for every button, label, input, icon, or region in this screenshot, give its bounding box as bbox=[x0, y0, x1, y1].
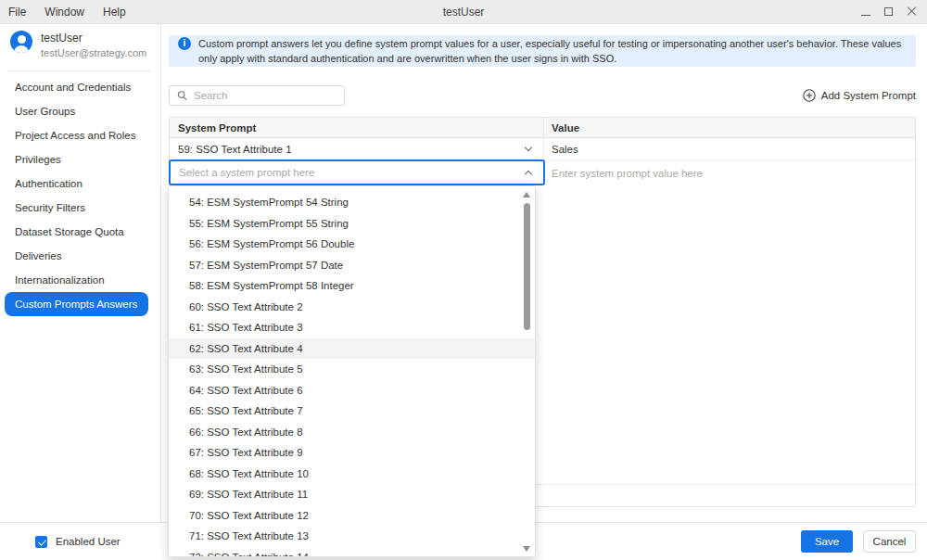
column-header-value: Value bbox=[544, 118, 915, 137]
system-prompt-value-input[interactable] bbox=[552, 168, 896, 179]
system-prompt-select-placeholder: Select a system prompt here bbox=[179, 167, 314, 178]
system-prompt-dropdown: 54: ESM SystemPrompt 54 String55: ESM Sy… bbox=[168, 185, 536, 557]
minimize-button[interactable] bbox=[861, 6, 870, 19]
dropdown-option-70-sso-text-attribute-12[interactable]: 70: SSO Text Attribute 12 bbox=[169, 505, 535, 527]
enabled-user-label: Enabled User bbox=[56, 536, 121, 547]
chevron-down-icon bbox=[525, 144, 532, 151]
dropdown-option-61-sso-text-attribute-3[interactable]: 61: SSO Text Attribute 3 bbox=[169, 317, 535, 338]
table-row: 59: SSO Text Attribute 1 Sales bbox=[170, 138, 915, 160]
user-avatar-icon bbox=[10, 31, 32, 53]
sidebar-divider bbox=[7, 70, 151, 71]
sidebar-item-custom-prompts-answers[interactable]: Custom Prompts Answers bbox=[5, 292, 148, 316]
dropdown-option-63-sso-text-attribute-5[interactable]: 63: SSO Text Attribute 5 bbox=[169, 359, 535, 380]
scrollbar-thumb[interactable] bbox=[524, 203, 530, 330]
info-banner-text: Custom prompt answers let you define sys… bbox=[198, 36, 903, 66]
system-prompt-value: Sales bbox=[552, 144, 578, 155]
menubar: FileWindowHelp bbox=[0, 6, 126, 19]
dropdown-option-71-sso-text-attribute-13[interactable]: 71: SSO Text Attribute 13 bbox=[169, 526, 535, 547]
window-controls bbox=[861, 6, 927, 19]
add-system-prompt-label: Add System Prompt bbox=[821, 90, 916, 101]
dropdown-option-64-sso-text-attribute-6[interactable]: 64: SSO Text Attribute 6 bbox=[169, 380, 535, 401]
search-box[interactable] bbox=[169, 85, 345, 106]
dropdown-option-67-sso-text-attribute-9[interactable]: 67: SSO Text Attribute 9 bbox=[169, 442, 535, 464]
system-prompt-value-cell[interactable]: Sales bbox=[544, 138, 915, 159]
close-button[interactable] bbox=[907, 6, 917, 19]
cancel-button[interactable]: Cancel bbox=[863, 530, 916, 553]
sidebar-item-internationalization[interactable]: Internationalization bbox=[0, 268, 160, 292]
dropdown-option-69-sso-text-attribute-11[interactable]: 69: SSO Text Attribute 11 bbox=[169, 484, 535, 505]
dropdown-option-56-esm-systemprompt-56-double[interactable]: 56: ESM SystemPrompt 56 Double bbox=[169, 234, 535, 255]
dropdown-option-62-sso-text-attribute-4[interactable]: 62: SSO Text Attribute 4 bbox=[169, 338, 535, 360]
sidebar-item-security-filters[interactable]: Security Filters bbox=[0, 196, 160, 220]
search-input[interactable] bbox=[194, 90, 337, 101]
menu-file[interactable]: File bbox=[8, 6, 26, 19]
system-prompt-select[interactable]: 59: SSO Text Attribute 1 bbox=[170, 138, 544, 159]
dropdown-option-58-esm-systemprompt-58-integer[interactable]: 58: ESM SystemPrompt 58 Integer bbox=[169, 275, 535, 297]
menu-window[interactable]: Window bbox=[44, 6, 84, 19]
enabled-user-checkbox[interactable] bbox=[35, 536, 47, 548]
dropdown-option-72-sso-text-attribute-14[interactable]: 72: SSO Text Attribute 14 bbox=[169, 547, 535, 558]
action-buttons: Save Cancel bbox=[801, 530, 916, 553]
sidebar-item-authentication[interactable]: Authentication bbox=[0, 172, 160, 196]
system-prompt-select-open[interactable]: Select a system prompt here bbox=[169, 159, 545, 185]
dropdown-scrollbar[interactable] bbox=[522, 191, 532, 553]
maximize-icon bbox=[884, 7, 893, 16]
sidebar-item-account-and-credentials[interactable]: Account and Credentials bbox=[0, 75, 160, 99]
dropdown-option-54-esm-systemprompt-54-string[interactable]: 54: ESM SystemPrompt 54 String bbox=[169, 192, 535, 213]
info-icon: i bbox=[178, 37, 191, 50]
plus-circle-icon bbox=[803, 89, 816, 102]
sidebar-item-project-access-and-roles[interactable]: Project Access and Roles bbox=[0, 123, 160, 147]
chevron-up-icon bbox=[525, 171, 532, 178]
dropdown-option-57-esm-systemprompt-57-date[interactable]: 57: ESM SystemPrompt 57 Date bbox=[169, 255, 535, 276]
add-system-prompt-button[interactable]: Add System Prompt bbox=[803, 89, 916, 102]
close-icon bbox=[907, 6, 917, 16]
dropdown-options: 54: ESM SystemPrompt 54 String55: ESM Sy… bbox=[169, 192, 535, 557]
user-block: testUser testUser@strategy.com bbox=[0, 31, 160, 62]
window-title: testUser bbox=[0, 6, 927, 19]
enabled-user-control: Enabled User bbox=[35, 536, 121, 548]
dropdown-option-68-sso-text-attribute-10[interactable]: 68: SSO Text Attribute 10 bbox=[169, 464, 535, 485]
sidebar-item-privileges[interactable]: Privileges bbox=[0, 147, 160, 172]
table-header: System Prompt Value bbox=[170, 118, 915, 138]
table-row: Select a system prompt here bbox=[170, 160, 915, 185]
column-header-system-prompt: System Prompt bbox=[170, 118, 544, 137]
maximize-button[interactable] bbox=[884, 6, 893, 19]
system-prompt-selected-value: 59: SSO Text Attribute 1 bbox=[178, 144, 292, 155]
sidebar-nav: Account and CredentialsUser GroupsProjec… bbox=[0, 75, 160, 316]
info-banner: i Custom prompt answers let you define s… bbox=[169, 35, 916, 67]
dropdown-option-65-sso-text-attribute-7[interactable]: 65: SSO Text Attribute 7 bbox=[169, 401, 535, 422]
sidebar-item-dataset-storage-quota[interactable]: Dataset Storage Quota bbox=[0, 220, 160, 244]
dropdown-option-55-esm-systemprompt-55-string[interactable]: 55: ESM SystemPrompt 55 String bbox=[169, 213, 535, 235]
scroll-down-arrow-icon[interactable] bbox=[523, 546, 530, 552]
dropdown-option-66-sso-text-attribute-8[interactable]: 66: SSO Text Attribute 8 bbox=[169, 422, 535, 443]
sidebar: testUser testUser@strategy.com Account a… bbox=[0, 24, 161, 522]
minimize-icon bbox=[861, 15, 870, 16]
dropdown-option-60-sso-text-attribute-2[interactable]: 60: SSO Text Attribute 2 bbox=[169, 297, 535, 318]
scroll-up-arrow-icon[interactable] bbox=[523, 192, 530, 197]
user-email: testUser@strategy.com bbox=[41, 47, 146, 58]
titlebar: FileWindowHelp testUser bbox=[0, 0, 927, 24]
toolbar: Add System Prompt bbox=[169, 85, 916, 106]
menu-help[interactable]: Help bbox=[103, 6, 126, 19]
search-icon bbox=[177, 90, 187, 101]
user-name: testUser bbox=[41, 31, 146, 45]
save-button[interactable]: Save bbox=[801, 530, 853, 553]
sidebar-item-deliveries[interactable]: Deliveries bbox=[0, 244, 160, 268]
sidebar-item-user-groups[interactable]: User Groups bbox=[0, 99, 160, 123]
